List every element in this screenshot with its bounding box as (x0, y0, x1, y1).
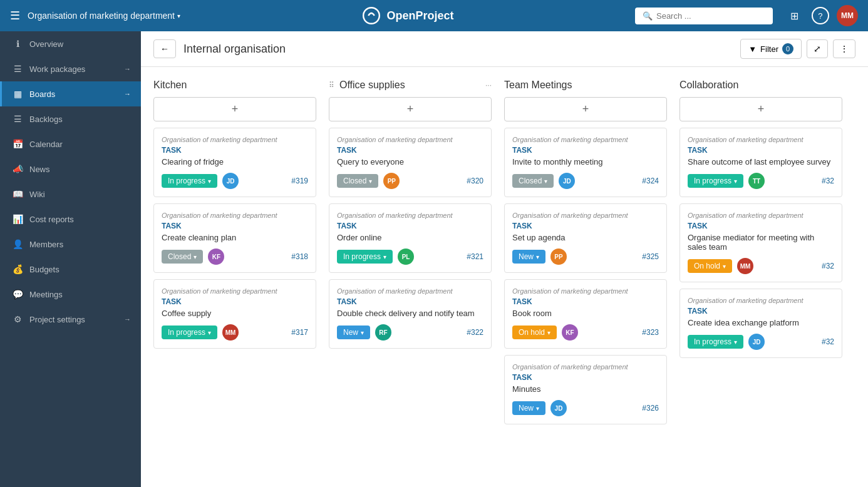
project-title[interactable]: Organisation of marketing department ▾ (28, 11, 180, 21)
status-button[interactable]: Closed ▾ (512, 174, 554, 188)
sidebar-item-members[interactable]: 👤 Members (0, 232, 141, 257)
card-id: #317 (291, 328, 308, 337)
status-dropdown-icon: ▾ (383, 254, 386, 260)
column-header-office-supplies: ⠿ Office supplies ··· (329, 79, 492, 91)
status-button[interactable]: In progress ▾ (337, 250, 393, 264)
status-dropdown-icon: ▾ (208, 178, 211, 185)
sidebar-item-wiki[interactable]: 📖 Wiki (0, 182, 141, 207)
layout: ℹ Overview ☰ Work packages → ▦ Boards → … (0, 31, 868, 487)
card-avatar: PP (383, 173, 400, 189)
filter-button[interactable]: ▼ Filter 0 (740, 39, 802, 59)
sidebar-icon-backlogs: ☰ (12, 114, 23, 124)
card-org: Organisation of marketing department (512, 287, 659, 295)
sidebar-item-meetings[interactable]: 💬 Meetings (0, 282, 141, 307)
sidebar-label-boards: Boards (29, 90, 118, 99)
sidebar-label-cost-reports: Cost reports (29, 215, 131, 224)
sidebar-item-calendar[interactable]: 📅 Calendar (0, 131, 141, 156)
card-footer: New ▾ PP #325 (512, 249, 659, 265)
sidebar-item-project-settings[interactable]: ⚙ Project settings → (0, 307, 141, 332)
help-icon[interactable]: ? (812, 7, 829, 24)
sidebar-icon-boards: ▦ (12, 89, 23, 99)
card-org: Organisation of marketing department (688, 136, 834, 143)
card-title: Share outcome of last employee survey (688, 157, 834, 167)
status-dropdown-icon: ▾ (723, 263, 726, 270)
sidebar-item-work-packages[interactable]: ☰ Work packages → (0, 56, 141, 81)
more-button[interactable]: ⋮ (833, 39, 855, 58)
status-button[interactable]: New ▾ (337, 326, 370, 339)
status-dropdown-icon: ▾ (544, 178, 547, 185)
sidebar-label-meetings: Meetings (29, 290, 131, 299)
status-button[interactable]: Closed ▾ (162, 250, 203, 264)
sidebar-label-work-packages: Work packages (29, 64, 118, 74)
card-footer: In progress ▾ JD #319 (162, 173, 308, 189)
hamburger-icon[interactable]: ☰ (10, 9, 20, 23)
status-dropdown-icon: ▾ (734, 178, 737, 185)
sidebar-icon-work-packages: ☰ (12, 64, 23, 74)
status-button[interactable]: In progress ▾ (688, 335, 743, 349)
card-footer: On hold ▾ MM #32 (688, 258, 834, 274)
column-header-kitchen: Kitchen (153, 79, 316, 91)
column-more-icon[interactable]: ··· (485, 81, 492, 90)
sidebar-item-cost-reports[interactable]: 📊 Cost reports (0, 207, 141, 232)
status-button[interactable]: New ▾ (512, 250, 545, 264)
sidebar-item-overview[interactable]: ℹ Overview (0, 31, 141, 56)
page-title: Internal organisation (183, 43, 733, 56)
card-type: TASK (688, 222, 834, 230)
back-button[interactable]: ← (153, 39, 176, 58)
task-card: Organisation of marketing department TAS… (329, 279, 492, 349)
filter-label: Filter (760, 44, 778, 54)
card-id: #324 (642, 177, 659, 185)
board: Kitchen + Organisation of marketing depa… (153, 79, 855, 431)
add-card-button-collaboration[interactable]: + (679, 97, 842, 121)
apps-icon[interactable]: ⊞ (785, 6, 804, 25)
add-card-button-kitchen[interactable]: + (153, 97, 316, 121)
sidebar-arrow-work-packages: → (124, 65, 131, 73)
sidebar-label-wiki: Wiki (29, 190, 131, 199)
sidebar-item-backlogs[interactable]: ☰ Backlogs (0, 106, 141, 131)
card-title: Invite to monthly meeting (512, 157, 659, 167)
card-org: Organisation of marketing department (512, 136, 659, 143)
filter-icon: ▼ (748, 44, 757, 54)
status-button[interactable]: New ▾ (512, 401, 545, 415)
card-avatar: MM (737, 258, 753, 274)
card-type: TASK (337, 297, 483, 306)
header-actions: ▼ Filter 0 ⤢ ⋮ (740, 39, 855, 59)
sidebar-arrow-project-settings: → (124, 315, 131, 323)
card-title: Organise mediator for meeting with sales… (688, 233, 834, 252)
sidebar-label-overview: Overview (29, 39, 131, 49)
task-card: Organisation of marketing department TAS… (329, 203, 492, 273)
card-footer: New ▾ JD #326 (512, 400, 659, 416)
card-id: #326 (642, 404, 659, 413)
card-org: Organisation of marketing department (337, 287, 483, 295)
task-card: Organisation of marketing department TAS… (679, 289, 842, 358)
status-button[interactable]: Closed ▾ (337, 174, 378, 188)
sidebar-icon-calendar: 📅 (12, 139, 23, 149)
add-card-button-team-meetings[interactable]: + (504, 97, 667, 121)
card-type: TASK (512, 373, 659, 382)
card-avatar: KF (562, 324, 578, 341)
task-card: Organisation of marketing department TAS… (153, 203, 316, 273)
search-input[interactable] (656, 11, 763, 21)
card-footer: In progress ▾ TT #32 (688, 173, 834, 189)
avatar[interactable]: MM (837, 5, 858, 26)
expand-button[interactable]: ⤢ (807, 39, 828, 58)
status-button[interactable]: On hold ▾ (512, 326, 557, 339)
card-org: Organisation of marketing department (162, 136, 308, 143)
column-header-team-meetings: Team Meetings (504, 79, 667, 91)
status-dropdown-icon: ▾ (194, 254, 197, 260)
search-box[interactable]: 🔍 (635, 8, 773, 24)
status-button[interactable]: On hold ▾ (688, 259, 732, 273)
column-drag-icon: ⠿ (329, 81, 334, 90)
card-type: TASK (688, 146, 834, 155)
status-button[interactable]: In progress ▾ (162, 326, 217, 339)
status-button[interactable]: In progress ▾ (162, 174, 217, 188)
sidebar-item-news[interactable]: 📣 News (0, 156, 141, 182)
card-type: TASK (512, 297, 659, 306)
status-button[interactable]: In progress ▾ (688, 174, 743, 188)
sidebar: ℹ Overview ☰ Work packages → ▦ Boards → … (0, 31, 141, 487)
sidebar-item-boards[interactable]: ▦ Boards → (0, 81, 141, 106)
add-card-button-office-supplies[interactable]: + (329, 97, 492, 121)
sidebar-item-budgets[interactable]: 💰 Budgets (0, 257, 141, 282)
sidebar-label-news: News (29, 165, 131, 174)
column-title-collaboration: Collaboration (679, 79, 738, 91)
